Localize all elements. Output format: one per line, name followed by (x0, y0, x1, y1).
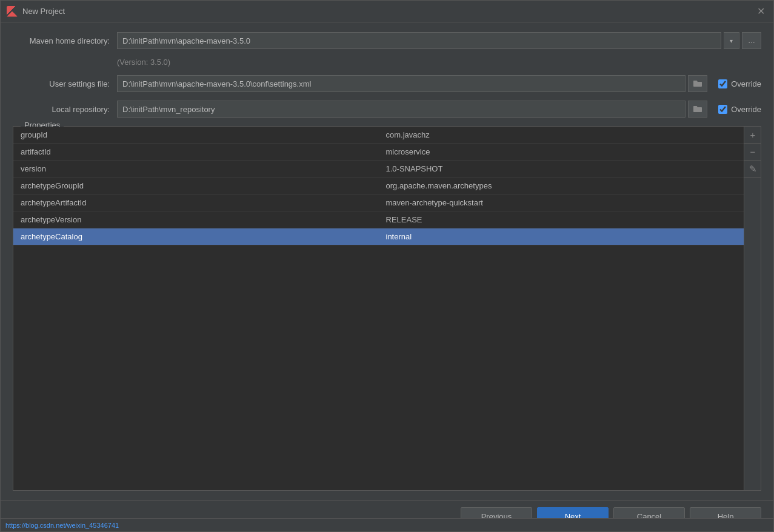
user-settings-override-group: Override (718, 79, 761, 88)
maven-home-input-group: ▾ … (117, 32, 761, 49)
property-key: version (13, 164, 379, 173)
property-key: artifactId (13, 147, 379, 156)
table-row[interactable]: groupId com.javachz (13, 127, 744, 144)
table-row[interactable]: archetypeGroupId org.apache.maven.archet… (13, 178, 744, 195)
user-settings-label: User settings file: (13, 79, 110, 88)
local-repo-label: Local repository: (13, 105, 110, 114)
table-row[interactable]: archetypeVersion RELEASE (13, 211, 744, 228)
add-property-button[interactable]: + (744, 127, 761, 144)
table-row[interactable]: archetypeCatalog internal (13, 228, 744, 245)
user-settings-input-group (117, 75, 707, 92)
maven-home-dropdown-btn[interactable]: ▾ (724, 32, 739, 49)
property-key: archetypeGroupId (13, 181, 379, 190)
properties-sidebar: + − ✎ (744, 127, 761, 490)
table-row[interactable]: artifactId microservice (13, 144, 744, 161)
edit-property-button[interactable]: ✎ (744, 161, 761, 178)
table-row[interactable]: version 1.0-SNAPSHOT (13, 161, 744, 178)
new-project-dialog: New Project ✕ Maven home directory: ▾ … … (0, 0, 774, 532)
property-value: 1.0-SNAPSHOT (379, 164, 744, 173)
local-repo-override-group: Override (718, 105, 761, 114)
local-repo-browse-btn[interactable] (688, 101, 707, 118)
maven-version-note: (Version: 3.5.0) (117, 58, 761, 67)
table-row[interactable]: archetypeArtifactId maven-archetype-quic… (13, 195, 744, 211)
property-key: archetypeArtifactId (13, 198, 379, 207)
local-repo-input-group (117, 101, 707, 118)
property-key: archetypeVersion (13, 215, 379, 224)
property-value: org.apache.maven.archetypes (379, 181, 744, 190)
properties-section: Properties groupId com.javachz artifactI… (13, 126, 761, 491)
user-settings-row: User settings file: Override (13, 75, 761, 92)
close-button[interactable]: ✕ (754, 5, 767, 18)
main-content: Maven home directory: ▾ … (Version: 3.5.… (1, 22, 773, 500)
property-value: microservice (379, 147, 744, 156)
maven-home-row: Maven home directory: ▾ … (13, 32, 761, 49)
local-repo-override-label: Override (731, 105, 761, 114)
properties-table: groupId com.javachz artifactId microserv… (13, 127, 744, 490)
title-bar-left: New Project (7, 6, 65, 17)
property-value: RELEASE (379, 215, 744, 224)
maven-home-input[interactable] (117, 32, 721, 49)
property-value: maven-archetype-quickstart (379, 198, 744, 207)
properties-inner: groupId com.javachz artifactId microserv… (13, 127, 761, 490)
status-url: https://blog.csdn.net/weixin_45346741 (5, 522, 119, 529)
user-settings-override-label: Override (731, 79, 761, 88)
user-settings-browse-btn[interactable] (688, 75, 707, 92)
maven-home-label: Maven home directory: (13, 36, 110, 45)
dialog-title: New Project (22, 7, 65, 16)
user-settings-override-checkbox[interactable] (718, 79, 727, 88)
local-repo-input[interactable] (117, 101, 686, 118)
property-key: archetypeCatalog (13, 232, 379, 241)
property-value: com.javachz (379, 130, 744, 139)
user-settings-input[interactable] (117, 75, 686, 92)
local-repo-override-checkbox[interactable] (718, 105, 727, 114)
maven-home-browse-btn[interactable]: … (742, 32, 761, 49)
status-bar: https://blog.csdn.net/weixin_45346741 (1, 518, 773, 531)
title-bar: New Project ✕ (1, 1, 773, 22)
remove-property-button[interactable]: − (744, 144, 761, 161)
local-repo-row: Local repository: Override (13, 101, 761, 118)
property-value: internal (379, 232, 744, 241)
app-icon (7, 6, 18, 17)
property-key: groupId (13, 130, 379, 139)
